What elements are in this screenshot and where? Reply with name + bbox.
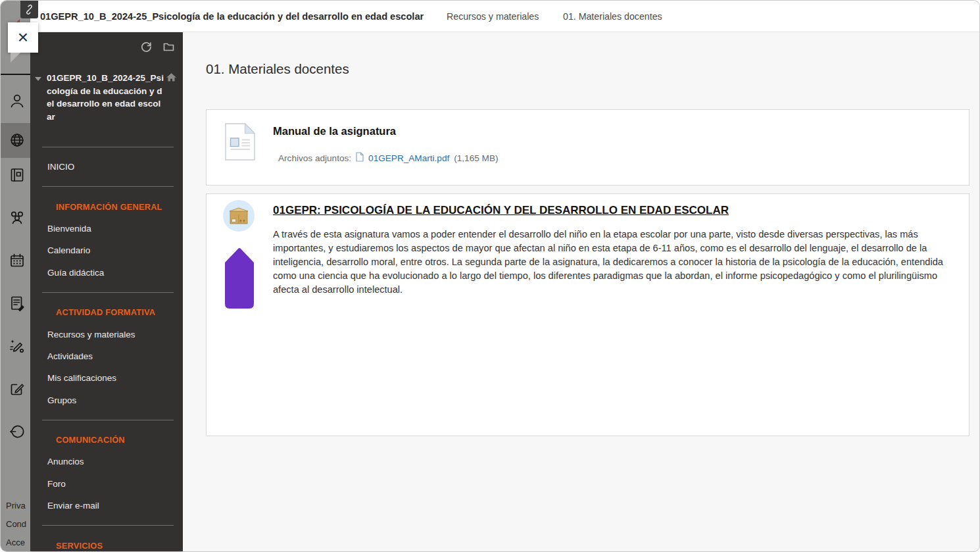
groups-icon[interactable] [9,209,26,226]
item-title-course-link[interactable]: 01GEPR: PSICOLOGÍA DE LA EDUCACIÓN Y DEL… [273,204,729,217]
sidebar-header-informacion-general: INFORMACIÓN GENERAL [30,195,183,217]
item-description: A través de esta asignatura vamos a pode… [273,228,949,297]
document-icon [225,123,255,163]
breadcrumb-item-materiales: 01. Materiales docentes [563,1,662,32]
calendar-icon[interactable] [9,252,26,269]
menu-divider [42,525,174,526]
attachments-row: Archivos adjuntos: 01GEPR_AMarti.pdf (1,… [278,152,498,164]
close-menu-button[interactable]: × [8,22,38,53]
page-title: 01. Materiales docentes [206,61,349,77]
refresh-icon[interactable] [140,41,153,53]
annotate-pencil-icon[interactable] [9,338,26,355]
item-title-manual: Manual de la asignatura [273,125,396,138]
file-icon [356,152,364,164]
attachment-file-size: (1,165 MB) [454,153,498,163]
sidebar-item-enviar-email[interactable]: Enviar e-mail [30,495,183,516]
compose-icon[interactable] [9,380,26,397]
sidebar-item-actividades[interactable]: Actividades [30,345,183,367]
globe-icon[interactable] [9,132,26,149]
sidebar-item-grupos[interactable]: Grupos [30,389,183,411]
link-icon[interactable] [20,1,38,18]
course-menu-title[interactable]: 01GEPR_10_B_2024-25_Psicología de la edu… [47,72,164,123]
menu-divider [42,420,174,420]
content-item-course-package: 01GEPR: PSICOLOGÍA DE LA EDUCACIÓN Y DEL… [206,193,969,436]
menu-divider [42,292,174,293]
footer-link-privacy[interactable]: Priva [6,501,26,511]
close-icon: × [18,27,28,48]
attachment-link-pdf[interactable]: 01GEPR_AMarti.pdf [368,153,449,163]
home-icon[interactable] [166,72,177,86]
content-item-manual: Manual de la asignatura Archivos adjunto… [206,109,969,186]
sidebar-item-recursos-y-materiales[interactable]: Recursos y materiales [30,323,183,345]
user-icon[interactable] [9,93,26,110]
sidebar-item-calendario[interactable]: Calendario [30,239,183,261]
attachments-label: Archivos adjuntos: [278,153,351,163]
grades-document-icon[interactable] [9,295,26,312]
sidebar-item-anuncios[interactable]: Anuncios [30,451,183,472]
sidebar-header-comunicacion: COMUNICACIÓN [30,429,183,451]
sidebar-item-mis-calificaciones[interactable]: Mis calificaciones [30,367,183,389]
tool-rail: Priva Cond Acce [1,1,30,551]
app-window: 01GEPR_10_B_2024-25_Psicología de la edu… [0,0,980,552]
sidebar-item-guia-didactica[interactable]: Guía didáctica [30,262,183,284]
course-content-icon[interactable] [9,166,26,184]
chevron-down-icon[interactable] [35,77,41,81]
rail-divider [1,74,30,75]
footer-link-terms[interactable]: Cond [6,519,26,529]
top-navigation-bar: 01GEPR_10_B_2024-25_Psicología de la edu… [30,1,979,32]
package-icon [223,200,255,232]
course-menu-tools [140,41,175,53]
sidebar-item-bienvenida[interactable]: Bienvenida [30,218,183,239]
purple-marker-shape [223,246,256,313]
footer-link-accessibility[interactable]: Acce [6,538,25,547]
course-menu-header: 01GEPR_10_B_2024-25_Psicología de la edu… [47,72,164,123]
sidebar-header-servicios: SERVICIOS [30,534,183,551]
menu-divider [42,186,174,187]
course-menu: INICIO INFORMACIÓN GENERAL Bienvenida Ca… [30,138,183,551]
folder-icon[interactable] [162,41,175,53]
breadcrumb-course-title[interactable]: 01GEPR_10_B_2024-25_Psicología de la edu… [40,1,424,32]
sidebar-item-foro[interactable]: Foro [30,473,183,495]
course-menu-panel: 01GEPR_10_B_2024-25_Psicología de la edu… [30,32,183,551]
breadcrumb-item-recursos[interactable]: Recursos y materiales [447,1,539,32]
notification-tick [16,19,20,22]
sidebar-header-actividad-formativa: ACTIVIDAD FORMATIVA [30,301,183,323]
logout-icon[interactable] [9,423,26,440]
menu-divider [42,147,174,147]
popup-tail [11,53,20,63]
sidebar-item-inicio[interactable]: INICIO [30,156,183,178]
